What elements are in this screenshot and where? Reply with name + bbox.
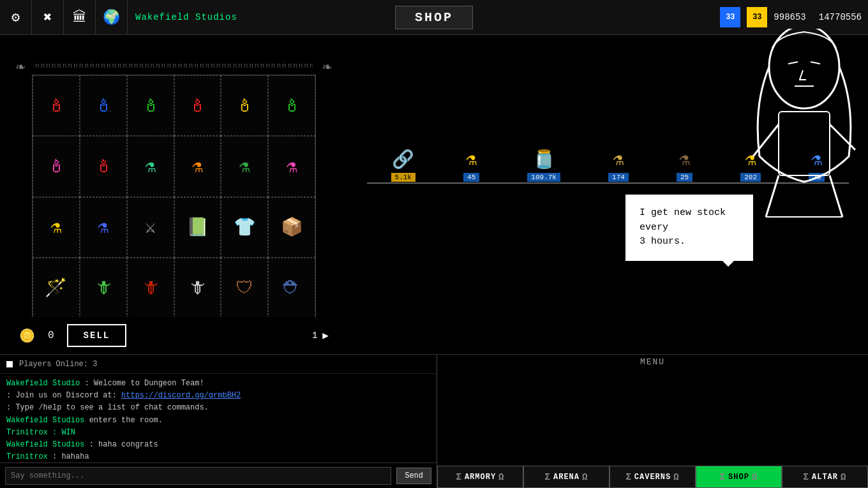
item-cell[interactable]: ⚗ <box>127 136 174 196</box>
chat-message: Wakefield Studios enters the room. <box>6 415 430 427</box>
chat-message: Wakefield Studios : haha congrats <box>6 439 430 451</box>
tab-shop[interactable]: Σ SHOP Ω <box>696 466 782 488</box>
item-cell[interactable]: ⚗ <box>268 136 315 196</box>
svg-line-36 <box>828 401 832 405</box>
page-number: 1 <box>312 330 317 341</box>
nav-item-armory[interactable] <box>460 392 511 443</box>
tab-caverns[interactable]: Σ CAVERNS Ω <box>610 466 696 488</box>
tab-caverns-label: CAVERNS <box>634 473 671 482</box>
gold-amount: 998653 <box>774 12 805 22</box>
inv-item-0: 🔗 5.1k <box>391 149 415 182</box>
tab-armory-label: ARMORY <box>465 473 496 482</box>
inv-item-2: 🫙 109.7k <box>527 149 560 182</box>
tab-arena[interactable]: Σ ARENA Ω <box>523 466 610 488</box>
item-cell[interactable]: 🗡 <box>80 258 127 318</box>
svg-rect-33 <box>811 418 830 427</box>
bottom-area: Players Online: 3 Wakefield Studio : Wel… <box>0 354 868 488</box>
blue-currency-badge: 33 <box>720 7 740 27</box>
tab-altar-label: ALTAR <box>812 473 838 482</box>
item-cell[interactable]: 🪄 <box>33 258 80 318</box>
chat-input-row: Send <box>0 462 437 488</box>
chat-messages: Wakefield Studio : Welcome to Dungeon Te… <box>0 374 437 462</box>
players-online: Players Online: 3 <box>19 360 97 369</box>
chat-input[interactable] <box>5 467 391 485</box>
item-cell[interactable]: 🕯 <box>174 75 221 136</box>
studio-title: Wakefield Studios <box>128 12 237 22</box>
item-cell[interactable]: ⚗ <box>33 197 80 258</box>
chat-panel: Players Online: 3 Wakefield Studio : Wel… <box>0 354 437 488</box>
svg-point-0 <box>769 29 839 108</box>
item-cell[interactable]: 🛡 <box>221 258 268 318</box>
item-cell[interactable]: 🕯 <box>33 75 80 136</box>
shop-title: SHOP <box>395 6 473 29</box>
inv-item-3: ⚗ 174 <box>608 149 629 182</box>
item-cell[interactable]: ⚗ <box>80 197 127 258</box>
speech-text: I get new stock every3 hours. <box>640 207 726 247</box>
right-panel: 🔗 5.1k ⚗ 45 🫙 109.7k ⚗ 174 ⚗ 25 <box>348 35 868 354</box>
tab-arena-label: ARENA <box>553 473 580 482</box>
globe-icon[interactable]: 🌍 <box>96 0 128 35</box>
item-cell[interactable]: 🕯 <box>221 75 268 136</box>
item-cell[interactable]: 🕯 <box>268 75 315 136</box>
inv-icon-4: ⚗ <box>679 149 690 170</box>
settings-icon[interactable]: ⚙ <box>0 0 32 35</box>
menu-label: MENU <box>437 355 868 369</box>
item-cell[interactable]: 🗡 <box>127 258 174 318</box>
inv-icon-1: ⚗ <box>466 149 477 170</box>
yellow-currency-badge: 33 <box>747 7 767 27</box>
inv-count-3: 174 <box>608 173 629 182</box>
item-cell[interactable]: 🕯 <box>33 136 80 196</box>
page-nav: 1 ▶ <box>312 329 329 342</box>
inv-item-1: ⚗ 45 <box>463 149 479 182</box>
corner-tr: ❧ <box>323 57 332 76</box>
arena-icon <box>544 392 595 443</box>
main-area: nnnnnnnnnnnnnnnnnnnnnnnnnnnnnnnnnnnnnnnn… <box>0 35 868 488</box>
combat-icon[interactable]: ✖ <box>32 0 64 35</box>
send-button[interactable]: Send <box>396 468 431 484</box>
svg-point-23 <box>639 401 667 429</box>
svg-rect-4 <box>779 112 830 175</box>
nav-item-shop[interactable] <box>711 392 762 443</box>
shop-top-decoration: nnnnnnnnnnnnnnnnnnnnnnnnnnnnnnnnnnnnnnnn… <box>35 62 313 72</box>
premium-amount: 14770556 <box>819 12 862 22</box>
item-cell[interactable]: ⚗ <box>174 136 221 196</box>
svg-point-34 <box>812 403 828 418</box>
guild-icon[interactable]: 🏛 <box>64 0 96 35</box>
nav-item-arena[interactable] <box>544 392 595 443</box>
nav-item-caverns[interactable] <box>627 392 678 443</box>
gold-value: 0 <box>48 330 54 341</box>
tab-altar[interactable]: Σ ALTAR Ω <box>782 466 868 488</box>
armory-icon <box>460 392 511 443</box>
item-cell[interactable]: ⛑ <box>268 258 315 318</box>
item-cell[interactable]: ⚔ <box>127 197 174 258</box>
item-cell[interactable]: 🕯 <box>127 75 174 136</box>
chat-message: Trinitrox : WIN <box>6 427 430 439</box>
sell-button[interactable]: SELL <box>67 324 127 347</box>
inv-count-2: 109.7k <box>527 173 560 182</box>
inv-item-4: ⚗ 25 <box>677 149 692 182</box>
item-cell[interactable]: 👕 <box>221 197 268 258</box>
svg-line-37 <box>809 401 812 405</box>
nav-item-altar[interactable] <box>795 392 846 443</box>
item-cell[interactable]: 📦 <box>268 197 315 258</box>
page-next-arrow[interactable]: ▶ <box>322 329 329 342</box>
gold-icon: 🪙 <box>19 328 35 344</box>
status-dot <box>6 361 13 367</box>
inv-count-4: 25 <box>677 173 692 182</box>
currency-area: 33 33 998653 14770556 <box>720 7 868 27</box>
svg-line-1 <box>788 62 798 64</box>
shop-nav-icon <box>711 392 762 443</box>
shop-panel: nnnnnnnnnnnnnnnnnnnnnnnnnnnnnnnnnnnnnnnn… <box>0 35 348 354</box>
item-cell[interactable]: 🕯 <box>80 136 127 196</box>
nav-icons-row <box>437 369 868 466</box>
svg-point-25 <box>649 409 657 419</box>
currency-numbers: 998653 14770556 <box>774 12 862 22</box>
item-cell[interactable]: 🕯 <box>80 75 127 136</box>
item-cell[interactable]: 🗡 <box>174 258 221 318</box>
shop-bottom-bar: 🪙 0 SELL 1 ▶ <box>0 317 348 354</box>
item-cell[interactable]: ⚗ <box>221 136 268 196</box>
item-cell[interactable]: 📗 <box>174 197 221 258</box>
tab-armory[interactable]: Σ ARMORY Ω <box>437 466 523 488</box>
chat-message: : Join us on Discord at: https://discord… <box>6 390 430 402</box>
svg-point-38 <box>818 408 823 413</box>
